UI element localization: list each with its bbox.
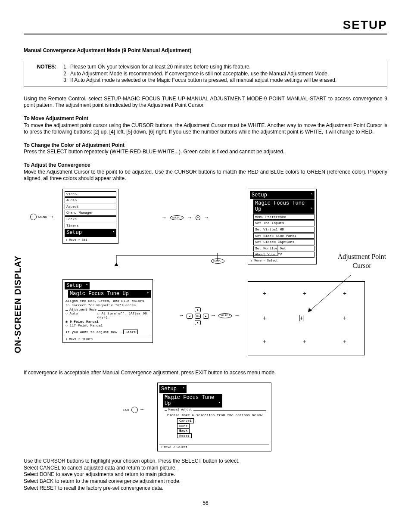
note-text: Please turn ON your television for at le…	[70, 64, 251, 71]
osd-manual-adjust: Setup Magic Focus Tune Up Manual Adjust …	[157, 383, 271, 451]
opt-117: 117 Point Manual	[70, 324, 103, 327]
note-text: Auto Adjustment Mode is recommended. If …	[70, 71, 329, 78]
osd-subtitle: Magic Focus Tune Up	[163, 394, 222, 408]
group-label: Adjustment Mode	[68, 308, 98, 311]
select-button-icon: SELECT	[170, 215, 184, 221]
diagram-row-3: EXIT → Setup Magic Focus Tune Up Manual …	[24, 383, 387, 451]
dpad-icon: ▴ ◂ SEL ▸ ▾	[187, 307, 208, 324]
arrow-icon: →	[162, 215, 167, 221]
menu-label: MENU	[38, 215, 47, 219]
flow-arrow	[114, 232, 330, 266]
adj-label-line1: Adjustment Point	[323, 252, 401, 261]
arrow-icon: →	[187, 215, 192, 221]
after-convergence-text: If convergence is acceptable after Manua…	[24, 370, 387, 376]
menu-item: Chan. Manager	[65, 210, 116, 216]
osd-footer: ⇕ Move ⏎ Return	[65, 337, 151, 341]
arrow-icon: →	[204, 215, 209, 221]
opt-cancel: Cancel	[177, 418, 194, 423]
adjustment-cross: +	[263, 314, 266, 322]
menu-item: Audio	[65, 197, 116, 203]
note-number: 1.	[59, 64, 70, 71]
page-header: SETUP	[24, 17, 387, 34]
adjust-heading: To Adjust the Convergence	[24, 162, 90, 168]
adj-label-line2: Cursor	[323, 261, 401, 271]
color-paragraph: Press the SELECT button repeatedly (WHIT…	[24, 149, 387, 156]
menu-item: Timers	[65, 223, 116, 229]
osd-footer: ⇕ Move ⏎ Select	[159, 444, 269, 449]
opt-auto-note: At turn off. (After 90 days).	[97, 311, 147, 320]
osd-description: Aligns the Red, Green, and Blue colors t…	[65, 298, 151, 308]
exit-label: EXIT	[123, 408, 130, 412]
adjustment-cross: +	[263, 289, 266, 297]
menu-item: Menu Preference	[253, 214, 314, 220]
menu-item: Locks	[65, 216, 116, 222]
opt-reset: Reset	[177, 433, 192, 439]
move-heading: To Move Adjustment Point	[24, 115, 88, 121]
adjustment-cross: +	[303, 338, 306, 345]
adjustment-point-label: Adjustment Point Cursor	[323, 252, 401, 271]
note-number: 3.	[59, 77, 70, 84]
opt-auto: Auto	[70, 311, 78, 315]
prompt-text: Please make a selection from the options…	[166, 412, 264, 418]
adjust-paragraph: Move the Adjustment Cursor to the point …	[24, 169, 387, 182]
opt-back-highlighted: Back	[177, 428, 190, 433]
closing-line: Select BACK to return to the manual conv…	[24, 478, 387, 485]
arrow-icon: →	[179, 312, 184, 319]
adjustment-cross: +	[343, 338, 346, 345]
arrow-icon: →	[49, 214, 54, 221]
closing-line: Use the CURSOR buttons to highlight your…	[24, 458, 387, 465]
color-heading: To Change the Color of Adjustment Point	[24, 142, 125, 148]
diagram-row-2: Setup Magic Focus Tune Up Aligns the Red…	[24, 279, 387, 365]
svg-line-0	[308, 275, 351, 312]
osd-main-menu: Video Audio Aspect Chan. Manager Locks T…	[62, 189, 118, 244]
osd-title: Setup	[159, 385, 187, 393]
arrow-icon: →	[140, 406, 145, 413]
down-button-icon: ▾	[196, 215, 200, 221]
start-button: Start	[123, 330, 138, 334]
osd-title: Setup	[250, 191, 314, 199]
menu-button-icon	[30, 214, 37, 220]
adjustment-cross: +	[263, 338, 266, 345]
section-title: Manual Convergence Adjustment Mode (9 Po…	[24, 47, 387, 54]
menu-item-highlighted: Setup	[65, 229, 116, 236]
notes-box: NOTES: 1. Please turn ON your television…	[24, 61, 387, 87]
opt-nine: 9 Point Manual	[70, 320, 99, 324]
exit-button-icon	[131, 407, 138, 413]
note-number: 2.	[59, 71, 70, 78]
menu-item: Video	[65, 191, 116, 197]
note-text: If Auto Adjust mode is selected or the M…	[70, 77, 336, 84]
page-number: 56	[24, 500, 387, 507]
diagram-row-1: MENU → Video Audio Aspect Chan. Manager …	[24, 189, 387, 275]
arrow-icon: →	[234, 312, 240, 319]
intro-paragraph: Using the Remote Control, select SETUP-M…	[24, 96, 387, 109]
osd-subtitle: Magic Focus Tune Up	[68, 290, 151, 298]
opt-done: Done	[177, 423, 190, 429]
side-tab: ON-SCREEN DISPLAY	[12, 255, 23, 353]
move-paragraph: To move the adjustment point cursor usin…	[24, 122, 387, 136]
start-line: If you want to adjust now	[65, 330, 117, 334]
select-button-icon: SELECT	[218, 313, 232, 318]
menu-item: Set The Inputs	[253, 220, 314, 226]
osd-magic-focus: Setup Magic Focus Tune Up Aligns the Red…	[62, 279, 153, 343]
osd-title: Setup	[65, 282, 90, 289]
group-label: Manual Adjust	[167, 408, 193, 411]
closing-line: Select DONE to save your adjustments and…	[24, 471, 387, 478]
menu-item: Aspect	[65, 204, 116, 210]
arrow-icon: →	[211, 312, 216, 319]
menu-item-highlighted: Magic Focus Tune Up	[253, 199, 314, 214]
closing-line: Select CANCEL to cancel adjusted data an…	[24, 465, 387, 472]
pointer-arrow	[299, 273, 377, 316]
notes-label: NOTES:	[28, 64, 59, 71]
closing-line: Select RESET to recall the factory pre-s…	[24, 485, 387, 492]
osd-footer: ⇕ Move ⏎ Sel	[65, 238, 116, 242]
